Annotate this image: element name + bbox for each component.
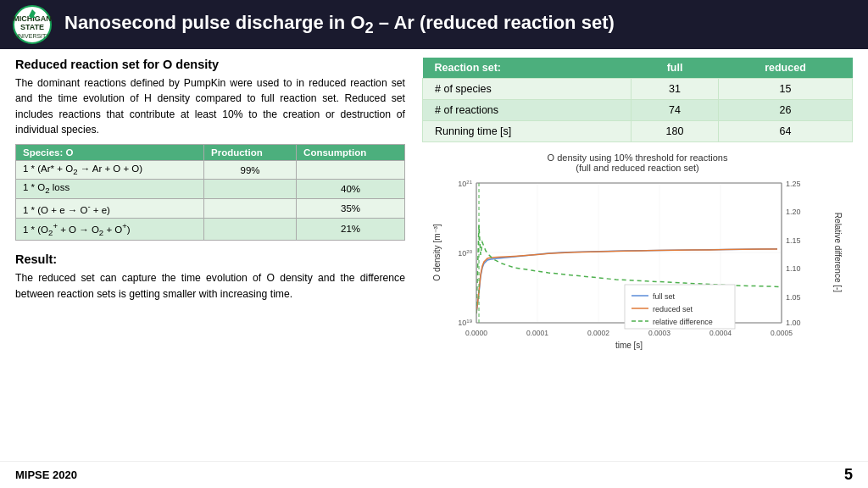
table-row: Running time [s] 180 64 — [423, 121, 853, 142]
species-name: 1 * (Ar* + O2 → Ar + O + O) — [16, 161, 204, 180]
svg-text:1.25: 1.25 — [786, 180, 801, 188]
reduced-value: 15 — [718, 79, 852, 100]
svg-text:full set: full set — [653, 292, 676, 301]
footer-conference: MIPSE 2020 — [15, 469, 77, 481]
page-title: Nanosecond pulse discharge in O2 – Ar (r… — [64, 12, 615, 37]
consumption-col-header: Consumption — [297, 145, 405, 161]
svg-text:relative difference: relative difference — [653, 318, 713, 326]
production-val — [204, 198, 297, 218]
reduced-value: 26 — [718, 100, 852, 121]
row-label: # of reactions — [423, 100, 632, 121]
svg-text:0.0005: 0.0005 — [771, 329, 793, 337]
main-content: Reduced reaction set for O density The d… — [0, 49, 868, 461]
consumption-val: 40% — [297, 180, 405, 198]
table-row: 1 * (O + e → O- + e) 35% — [16, 198, 405, 218]
right-column: Reaction set: full reduced # of species … — [422, 58, 853, 456]
consumption-val — [297, 161, 405, 180]
production-val — [204, 180, 297, 198]
svg-text:1.20: 1.20 — [786, 208, 801, 216]
svg-text:1020: 1020 — [458, 249, 472, 258]
footer-page-number: 5 — [844, 466, 853, 484]
svg-text:UNIVERSITY: UNIVERSITY — [14, 33, 50, 39]
chart-title: O density using 10% threshold for reacti… — [422, 152, 853, 173]
row-label: Running time [s] — [423, 121, 632, 142]
svg-text:Relative difference [-]: Relative difference [-] — [833, 213, 843, 293]
reaction-table: Reaction set: full reduced # of species … — [422, 58, 853, 142]
table-row: # of species 31 15 — [423, 79, 853, 100]
full-value: 180 — [632, 121, 719, 142]
svg-text:reduced set: reduced set — [653, 305, 693, 313]
result-title: Result: — [15, 252, 405, 266]
full-value: 74 — [632, 100, 719, 121]
chart-container: O density using 10% threshold for reacti… — [422, 152, 853, 364]
production-col-header: Production — [204, 145, 297, 161]
production-val — [204, 218, 297, 240]
table-row: 1 * (Ar* + O2 → Ar + O + O) 99% — [16, 161, 405, 180]
chart-svg: 1021 1020 1019 O density [m⁻³] 1.25 1.20… — [430, 175, 845, 365]
consumption-val: 35% — [297, 198, 405, 218]
svg-text:1019: 1019 — [458, 319, 472, 327]
table-row: 1 * (O2+ + O → O2 + O+) 21% — [16, 218, 405, 240]
svg-text:1.15: 1.15 — [786, 236, 801, 245]
svg-text:1021: 1021 — [458, 180, 472, 188]
header: MICHIGAN STATE UNIVERSITY Nanosecond pul… — [0, 0, 868, 49]
footer: MIPSE 2020 5 — [0, 461, 868, 488]
msu-logo: MICHIGAN STATE UNIVERSITY — [12, 4, 53, 45]
consumption-val: 21% — [297, 218, 405, 240]
svg-text:0.0000: 0.0000 — [465, 329, 487, 337]
species-name: 1 * O2 loss — [16, 180, 204, 198]
species-name: 1 * (O2+ + O → O2 + O+) — [16, 218, 204, 240]
full-header: full — [632, 58, 719, 79]
svg-text:time [s]: time [s] — [615, 341, 643, 350]
o2-subscript: 2 — [365, 19, 374, 36]
svg-text:0.0001: 0.0001 — [526, 329, 548, 337]
svg-text:0.0002: 0.0002 — [587, 329, 609, 337]
svg-text:0.0003: 0.0003 — [648, 329, 670, 337]
svg-text:1.00: 1.00 — [786, 319, 801, 327]
svg-text:1.05: 1.05 — [786, 293, 801, 302]
section-title: Reduced reaction set for O density — [15, 58, 405, 71]
result-text: The reduced set can capture the time evo… — [15, 270, 405, 303]
svg-text:STATE: STATE — [20, 23, 44, 31]
svg-text:O density [m⁻³]: O density [m⁻³] — [432, 224, 442, 280]
left-column: Reduced reaction set for O density The d… — [15, 58, 405, 456]
svg-text:0.0004: 0.0004 — [709, 329, 732, 337]
title-text: Nanosecond pulse discharge in O — [64, 12, 365, 33]
title-suffix: – Ar (reduced reaction set) — [374, 12, 615, 33]
production-val: 99% — [204, 161, 297, 180]
full-value: 31 — [632, 79, 719, 100]
reaction-set-header: Reaction set: — [423, 58, 632, 79]
row-label: # of species — [423, 79, 632, 100]
reduced-header: reduced — [718, 58, 852, 79]
reduced-value: 64 — [718, 121, 852, 142]
species-col-header: Species: O — [16, 145, 204, 161]
svg-text:1.10: 1.10 — [786, 264, 801, 273]
species-table: Species: O Production Consumption 1 * (A… — [15, 144, 405, 241]
table-row: 1 * O2 loss 40% — [16, 180, 405, 198]
species-name: 1 * (O + e → O- + e) — [16, 198, 204, 218]
table-row: # of reactions 74 26 — [423, 100, 853, 121]
intro-text: The dominant reactions defined by PumpKi… — [15, 75, 405, 137]
